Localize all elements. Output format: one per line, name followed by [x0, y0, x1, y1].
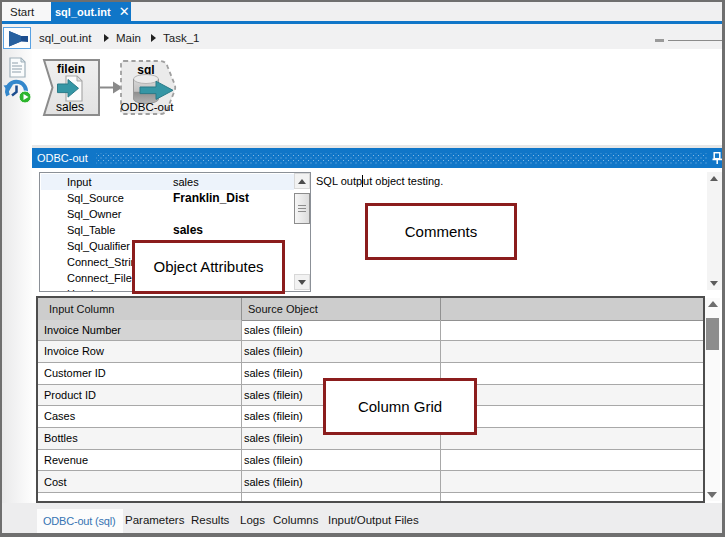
svg-text:sales: sales — [56, 100, 84, 114]
svg-text:ODBC-out: ODBC-out — [120, 101, 174, 113]
svg-text:filein: filein — [57, 62, 85, 76]
